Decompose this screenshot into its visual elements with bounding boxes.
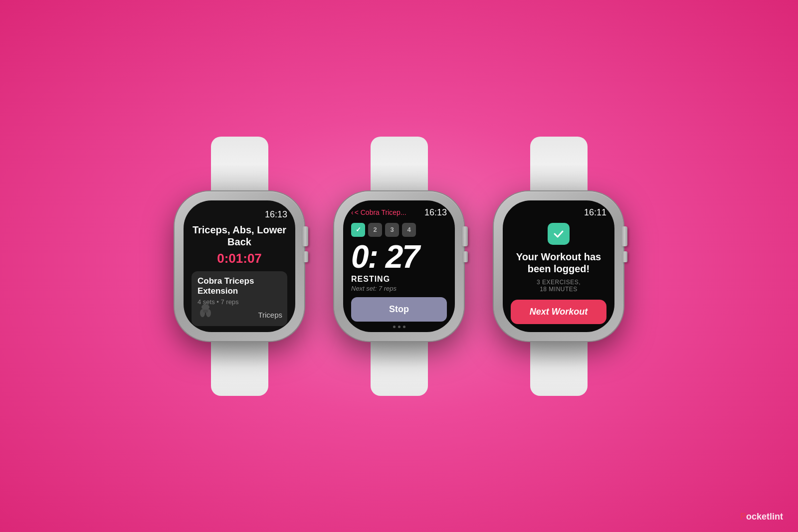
screen1: 16:13 Triceps, Abs, Lower Back 0:01:07 C… <box>184 200 295 332</box>
watch-2-crown <box>462 226 468 246</box>
set-dot-2: 2 <box>368 223 382 237</box>
screen2-nextset: Next set: 7 reps <box>351 285 447 292</box>
watch1-title: Triceps, Abs, Lower Back <box>192 224 287 248</box>
watches-container: 16:13 Triceps, Abs, Lower Back 0:01:07 C… <box>175 137 623 396</box>
watermark-suffix: ocketlint <box>746 512 783 522</box>
set-dot-1: ✓ <box>351 223 365 237</box>
watch-3-button <box>622 251 627 262</box>
stop-button[interactable]: Stop <box>351 297 447 322</box>
watch1-exercise-card: Cobra Triceps Extension 4 sets • 7 reps <box>192 271 287 326</box>
watch-3-screen: 16:11 Your Workout has been logged! 3 EX… <box>503 200 614 332</box>
svg-rect-3 <box>203 310 208 313</box>
muscle-icon <box>197 302 214 322</box>
watch-1: 16:13 Triceps, Abs, Lower Back 0:01:07 C… <box>175 137 304 396</box>
screen2-status: RESTING <box>351 275 447 284</box>
watch2-time: 16:13 <box>424 207 447 218</box>
watch-2-band-top <box>371 137 428 191</box>
screen2-countdown: 0: 27 <box>351 241 447 273</box>
check-icon <box>548 223 570 245</box>
watch-3-band-top <box>530 137 588 191</box>
nav-dot-1 <box>393 326 396 328</box>
screen2-back-nav[interactable]: ‹ < Cobra Tricep... <box>351 208 406 216</box>
watch-2-band-bottom <box>371 341 428 396</box>
watch-3-band-bottom <box>530 341 588 396</box>
screen2: ‹ < Cobra Tricep... 16:13 ✓ 2 3 4 0: 27 <box>343 200 455 332</box>
watch-2-button <box>463 251 468 262</box>
watch-3-case: 16:11 Your Workout has been logged! 3 EX… <box>494 191 623 341</box>
screen3: 16:11 Your Workout has been logged! 3 EX… <box>503 200 614 332</box>
screen2-header: ‹ < Cobra Tricep... 16:13 <box>351 207 447 218</box>
screen3-message: Your Workout has been logged! <box>511 251 606 275</box>
watch-1-screen: 16:13 Triceps, Abs, Lower Back 0:01:07 C… <box>184 200 295 332</box>
next-workout-button[interactable]: Next Workout <box>511 300 606 324</box>
watch1-timer: 0:01:07 <box>192 251 287 266</box>
watch1-exercise-name: Cobra Triceps Extension <box>198 276 281 297</box>
watch-3-crown <box>621 226 627 246</box>
set-dot-3: 3 <box>385 223 399 237</box>
screen2-back-label: < Cobra Tricep... <box>355 208 406 216</box>
watch-1-band-top <box>211 137 268 191</box>
watch-2-body: ‹ < Cobra Tricep... 16:13 ✓ 2 3 4 0: 27 <box>334 137 464 396</box>
watch-1-band-bottom <box>211 341 268 396</box>
watermark: Pocketlint <box>740 512 783 522</box>
watch1-muscle-label: Triceps <box>258 311 282 319</box>
watch-1-body: 16:13 Triceps, Abs, Lower Back 0:01:07 C… <box>175 137 304 396</box>
watch-3: 16:11 Your Workout has been logged! 3 EX… <box>494 137 623 396</box>
nav-dot-3 <box>403 326 405 328</box>
nav-dots <box>351 326 447 328</box>
watch3-time: 16:11 <box>511 207 606 218</box>
back-chevron-icon: ‹ <box>351 208 354 216</box>
watch-1-button <box>303 251 308 262</box>
watch-2-screen: ‹ < Cobra Tricep... 16:13 ✓ 2 3 4 0: 27 <box>343 200 455 332</box>
set-indicators: ✓ 2 3 4 <box>351 223 447 237</box>
screen3-stats: 3 EXERCISES,18 MINUTES <box>537 279 581 293</box>
set-dot-4: 4 <box>402 223 416 237</box>
watch-2-case: ‹ < Cobra Tricep... 16:13 ✓ 2 3 4 0: 27 <box>334 191 464 341</box>
watch1-time: 16:13 <box>192 209 287 220</box>
watch-1-case: 16:13 Triceps, Abs, Lower Back 0:01:07 C… <box>175 191 304 341</box>
watch-1-crown <box>302 226 308 246</box>
nav-dot-2 <box>398 326 400 328</box>
watch-3-body: 16:11 Your Workout has been logged! 3 EX… <box>494 137 623 396</box>
watch-2: ‹ < Cobra Tricep... 16:13 ✓ 2 3 4 0: 27 <box>334 137 464 396</box>
watermark-p: P <box>740 512 746 522</box>
